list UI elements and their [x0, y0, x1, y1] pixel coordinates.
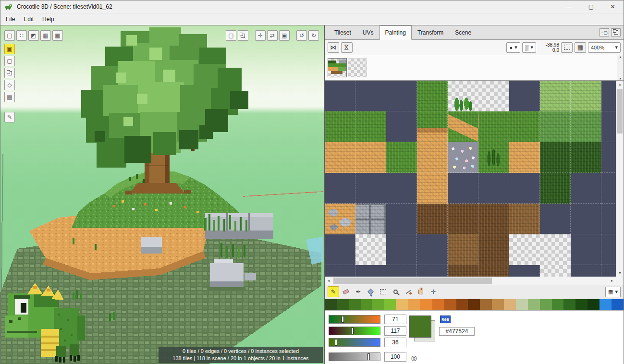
tile-checker[interactable]	[540, 265, 571, 277]
blue-slider-handle[interactable]	[335, 339, 337, 346]
tile-wood[interactable]	[478, 234, 509, 265]
select-tool-button[interactable]	[378, 286, 389, 297]
tile-grass[interactable]	[325, 111, 355, 142]
palette-swatch[interactable]	[408, 299, 420, 310]
palette-swatch[interactable]	[552, 299, 564, 310]
maximize-button[interactable]: ▢	[580, 0, 602, 13]
tile-slate[interactable]	[509, 173, 540, 204]
tile-wood_light[interactable]	[509, 204, 540, 234]
tile-leaves_dark[interactable]	[540, 173, 571, 204]
palette-swatch[interactable]	[349, 299, 361, 310]
alpha-value[interactable]: 100	[384, 352, 406, 362]
tile-grass_tuft[interactable]	[478, 142, 509, 173]
tile-checker_grass[interactable]	[448, 81, 478, 111]
palette-swatch[interactable]	[480, 299, 492, 310]
tile-dirt_grass[interactable]	[448, 111, 478, 142]
sprite-tool-button[interactable]: ▤	[4, 92, 15, 102]
vertical-scroll-thumb[interactable]	[617, 89, 623, 133]
tile-leaves_light[interactable]	[571, 81, 601, 111]
palette-swatch[interactable]	[612, 299, 624, 310]
tile-dirt[interactable]	[325, 142, 355, 173]
menu-edit[interactable]: Edit	[19, 14, 38, 24]
tile-slate[interactable]	[386, 265, 417, 277]
gizmo-move-button[interactable]: ✛	[255, 30, 266, 41]
tile-slate[interactable]	[509, 81, 540, 111]
tile-slate[interactable]	[478, 173, 509, 204]
tile-slate[interactable]	[540, 204, 571, 234]
tile-slate[interactable]	[571, 204, 601, 234]
palette-swatch[interactable]	[325, 299, 337, 310]
tile-wood[interactable]	[478, 265, 509, 277]
tile-grass_dirt[interactable]	[417, 111, 448, 142]
scroll-down-button[interactable]: ▼	[616, 269, 624, 277]
tile-slate[interactable]	[448, 173, 478, 204]
palette-swatch[interactable]	[516, 299, 528, 310]
alpha-slider-handle[interactable]	[367, 353, 370, 360]
menu-help[interactable]: Help	[38, 14, 59, 24]
tile-checker[interactable]	[540, 234, 571, 265]
palette-swatch[interactable]	[528, 299, 540, 310]
tile-slate[interactable]	[325, 173, 355, 204]
menu-file[interactable]: File	[1, 14, 19, 24]
draw-tool-button[interactable]: ✎	[4, 112, 15, 122]
cutter-tool-button[interactable]	[403, 286, 414, 297]
tab-painting[interactable]: Painting	[379, 25, 412, 40]
panel-collapse-button[interactable]: −▢	[600, 28, 609, 36]
horizontal-scroll-thumb[interactable]	[333, 278, 492, 284]
tile-wood[interactable]	[448, 204, 478, 234]
tile-slate[interactable]	[355, 81, 386, 111]
minimize-button[interactable]: —	[559, 0, 580, 13]
flip-horizontal-button[interactable]: ⋈	[328, 42, 339, 53]
palette-swatch[interactable]	[468, 299, 480, 310]
snap-mode-button[interactable]: ▩	[52, 30, 63, 41]
move-tool-button[interactable]: ✛	[428, 286, 439, 297]
scroll-down-icon[interactable]: ▼	[619, 77, 622, 80]
tab-transform[interactable]: Transform	[412, 25, 449, 39]
viewport-3d[interactable]: ▢ ∷ ◩ ▦ ▩ ▣ ▢ ◇ ▤ ✎ ▢ ✛ ⇄ ▣	[0, 25, 324, 364]
eraser-tool-button[interactable]	[340, 286, 352, 297]
red-slider-handle[interactable]	[342, 316, 344, 323]
red-value[interactable]: 71	[384, 315, 406, 324]
tile-dirt_stone[interactable]	[325, 204, 355, 234]
hex-color-field[interactable]: #477524	[439, 327, 475, 336]
alpha-slider[interactable]	[329, 352, 380, 361]
selection-bounds-button[interactable]	[561, 42, 573, 53]
tile-slate[interactable]	[386, 81, 417, 111]
tile-slate[interactable]	[325, 265, 355, 277]
prism-tool-button[interactable]: ◇	[4, 80, 15, 90]
palette-swatch[interactable]	[587, 299, 600, 310]
palette-swatch[interactable]	[444, 299, 456, 310]
quad-tool-button[interactable]: ▢	[4, 56, 15, 66]
palette-swatch[interactable]	[492, 299, 504, 310]
tile-wood[interactable]	[417, 204, 448, 234]
tile-leaves_dark[interactable]	[571, 142, 601, 173]
color-picker-button[interactable]: ◎	[409, 353, 419, 363]
palette-swatch[interactable]	[563, 299, 575, 310]
scroll-up-button[interactable]: ▲	[616, 81, 624, 88]
palette-swatch[interactable]	[361, 299, 373, 310]
tile-grid-dropdown[interactable]: ▦ ▾	[605, 287, 621, 297]
tileset-thumbnail[interactable]	[328, 58, 347, 77]
panel-layout-button[interactable]	[611, 28, 621, 36]
tile-grass[interactable]	[478, 111, 509, 142]
palette-swatch[interactable]	[432, 299, 444, 310]
canvas-vertical-scrollbar[interactable]: ▲ ▼	[616, 81, 624, 277]
tileset-thumbnail-empty-slot[interactable]	[348, 58, 367, 77]
tile-checker[interactable]	[478, 81, 509, 111]
tile-wood[interactable]	[448, 265, 478, 277]
pen-tool-button[interactable]: ✒	[353, 286, 364, 297]
view-layers-button[interactable]	[238, 30, 248, 41]
red-slider[interactable]	[329, 315, 380, 324]
pencil-tool-button[interactable]: ✎	[328, 286, 339, 297]
tile-slate[interactable]	[386, 204, 417, 234]
tile-slate[interactable]	[386, 173, 417, 204]
tile-dirt[interactable]	[509, 142, 540, 173]
dither-pattern-dropdown[interactable]: ▒ ▾	[522, 42, 536, 53]
grid-toggle-button[interactable]: ▦	[575, 42, 586, 53]
tile-grass[interactable]	[355, 111, 386, 142]
pan-tool-button[interactable]	[415, 286, 427, 297]
rotate-cw-button[interactable]: ↻	[308, 30, 319, 41]
palette-swatch[interactable]	[384, 299, 396, 310]
fill-bucket-tool-button[interactable]	[365, 286, 377, 297]
tile-slate[interactable]	[325, 234, 355, 265]
